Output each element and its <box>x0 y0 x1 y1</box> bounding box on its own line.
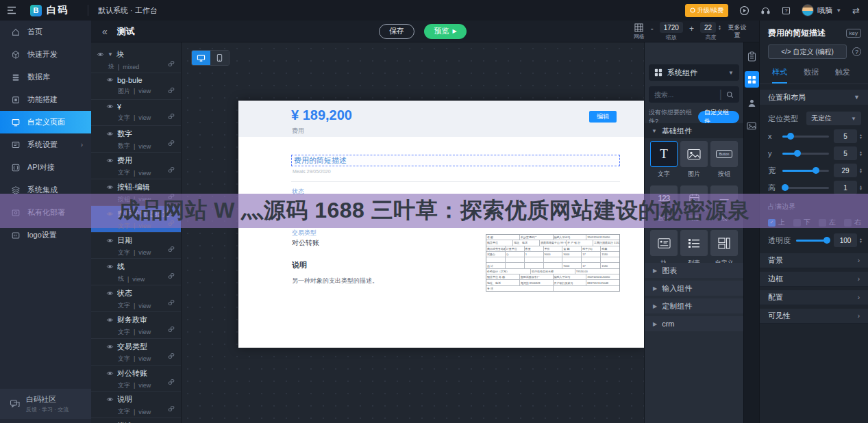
eye-icon[interactable] <box>106 103 114 110</box>
component-panel-header[interactable]: 系统组件 ▼ <box>649 64 739 81</box>
accordion-section[interactable]: 边框 › <box>760 272 868 287</box>
eye-icon[interactable] <box>106 210 114 218</box>
save-button[interactable]: 保存 <box>379 24 414 39</box>
zoom-value[interactable]: 1720 <box>660 22 683 33</box>
sidebar-item-system-settings[interactable]: 系统设置 › <box>0 133 91 156</box>
height-slider[interactable] <box>782 187 829 189</box>
component-section-row[interactable]: ▶ 图表 <box>645 263 744 278</box>
page-preview[interactable]: ¥ 189,200 费用 编辑 费用的简短描述 Meals 29/05/2020… <box>238 101 644 348</box>
layer-row[interactable]: ▼ 说明 文字 | view <box>91 392 181 418</box>
canvas-area[interactable]: ¥ 189,200 费用 编辑 费用的简短描述 Meals 29/05/2020… <box>182 42 644 423</box>
field-status-label[interactable]: 状态 <box>292 188 304 196</box>
layer-row[interactable]: ▼ bg-bule 图片 | view <box>91 73 181 100</box>
invoice-table[interactable]: 名 称长沙空调机厂纳税人登记号350912001120050购货单位地址、电话洞… <box>486 234 620 292</box>
media-icon[interactable] <box>745 118 759 134</box>
component-tile-block[interactable]: 块 <box>650 230 678 268</box>
link-icon[interactable] <box>168 326 175 333</box>
sidebar-item-custom-page[interactable]: 自定义页面 <box>0 111 91 133</box>
component-tile-text[interactable]: T文字 <box>650 141 678 179</box>
field-type-value[interactable]: 对公转账 <box>292 238 319 248</box>
accordion-section[interactable]: 背景 › <box>760 253 868 268</box>
opacity-spinner[interactable]: ▲▼ <box>859 238 863 243</box>
desktop-view-button[interactable] <box>192 51 210 65</box>
eye-icon[interactable] <box>106 370 114 377</box>
base-components-section[interactable]: ▼ 基础组件 <box>645 123 744 138</box>
component-tile-line[interactable]: —线 <box>710 185 738 223</box>
field-type-label[interactable]: 交易类型 <box>292 229 317 238</box>
sidebar-toggle-icon[interactable] <box>0 6 23 14</box>
component-tile-date[interactable]: 日期 <box>680 185 708 223</box>
link-icon[interactable] <box>168 60 175 67</box>
back-button[interactable]: « <box>102 26 108 37</box>
custom-component-button[interactable]: 自定义组件 <box>698 111 739 123</box>
selected-text-element[interactable]: 费用的简短描述 <box>291 155 620 166</box>
eye-icon[interactable] <box>106 316 114 324</box>
layer-row[interactable]: ▼ 交易类型 文字 | view <box>91 339 181 366</box>
sidebar-item-private-deploy[interactable]: 私有化部署 <box>0 201 91 224</box>
component-tile-custom[interactable]: 自定义 <box>710 230 738 268</box>
date-line[interactable]: Meals 29/05/2020 <box>293 169 331 174</box>
sidebar-item-api[interactable]: API对接 <box>0 156 91 179</box>
link-icon[interactable] <box>168 193 175 200</box>
component-tile-number[interactable]: 123数字 <box>650 185 678 223</box>
layer-row[interactable]: ▼ 状态 文字 | view <box>91 285 181 312</box>
support-headset-icon[interactable] <box>760 5 771 16</box>
eye-icon[interactable] <box>106 396 114 403</box>
y-value[interactable]: 5 <box>834 146 857 160</box>
layer-row[interactable]: ▼ 描述 文字 | view <box>91 418 181 423</box>
eye-icon[interactable] <box>106 76 114 84</box>
sidebar-item-integration[interactable]: 系统集成 <box>0 179 91 201</box>
tab-trigger[interactable]: 触发 <box>835 67 850 84</box>
tab-style[interactable]: 样式 <box>772 67 787 84</box>
component-tile-button[interactable]: Button按钮 <box>710 141 738 179</box>
tab-data[interactable]: 数据 <box>804 67 819 84</box>
sidebar-item-function-build[interactable]: 功能搭建 <box>0 88 91 111</box>
width-spinner[interactable]: ▲▼ <box>859 168 863 173</box>
eye-icon[interactable] <box>97 51 104 58</box>
eye-icon[interactable] <box>106 290 114 297</box>
element-height-spinner[interactable]: ▲▼ <box>859 185 863 190</box>
opacity-value[interactable]: 100 <box>834 233 857 247</box>
accordion-section[interactable]: 配置 › <box>760 290 868 305</box>
component-section-row[interactable]: ▶ 定制组件 <box>645 298 744 313</box>
eye-icon[interactable] <box>106 237 114 244</box>
components-tab-icon[interactable] <box>745 71 759 88</box>
y-slider[interactable] <box>782 153 829 155</box>
height-spinner[interactable]: ▲▼ <box>718 25 721 30</box>
preview-button[interactable]: 预览▶ <box>424 24 467 39</box>
eye-icon[interactable] <box>106 157 114 164</box>
help-manual-icon[interactable]: ? <box>782 6 791 15</box>
layer-row[interactable]: ▼ 数字 数字 | view <box>91 126 181 153</box>
layer-row[interactable]: ▼ 费用 文字 | view <box>91 153 181 179</box>
sidebar-item-logo-settings[interactable]: logo设置 <box>0 224 91 246</box>
component-section-row[interactable]: ▶ crm <box>645 316 744 331</box>
link-icon[interactable] <box>168 299 175 306</box>
eye-icon[interactable] <box>106 183 114 191</box>
note-title[interactable]: 说明 <box>292 260 307 270</box>
search-input[interactable] <box>654 91 719 99</box>
link-icon[interactable] <box>168 140 175 146</box>
link-icon[interactable] <box>168 246 175 253</box>
component-tile-list[interactable]: 列表 <box>680 230 708 268</box>
link-icon[interactable] <box>168 405 175 412</box>
height-value[interactable]: 22 <box>700 22 716 33</box>
help-icon[interactable]: ? <box>852 47 861 56</box>
amount-label[interactable]: 费用 <box>292 127 304 136</box>
link-icon[interactable] <box>168 166 175 173</box>
layout-switch-icon[interactable]: ⇄ <box>852 5 860 16</box>
brand-logo[interactable]: B 白码 <box>23 4 78 16</box>
component-tile-image[interactable]: 图片 <box>680 141 708 179</box>
layer-row[interactable]: ▼ 按钮-编辑 按钮 | view <box>91 179 181 206</box>
component-section-row[interactable]: ▶ 输入组件 <box>645 281 744 296</box>
mobile-view-button[interactable] <box>210 51 229 65</box>
y-spinner[interactable]: ▲▼ <box>859 151 863 156</box>
grid-toggle[interactable]: 网格 <box>634 23 645 40</box>
link-icon[interactable] <box>168 352 175 359</box>
layer-row[interactable]: ▼ 财务政审 文字 | view <box>91 312 181 339</box>
outline-clipboard-icon[interactable] <box>745 48 759 64</box>
width-slider[interactable] <box>782 170 829 172</box>
fill-left-checkbox[interactable]: 左 <box>819 218 836 227</box>
layer-row[interactable]: ▼ 对公转账 文字 | view <box>91 366 181 392</box>
link-icon[interactable] <box>168 220 175 227</box>
position-type-select[interactable]: 无定位▼ <box>806 112 861 125</box>
